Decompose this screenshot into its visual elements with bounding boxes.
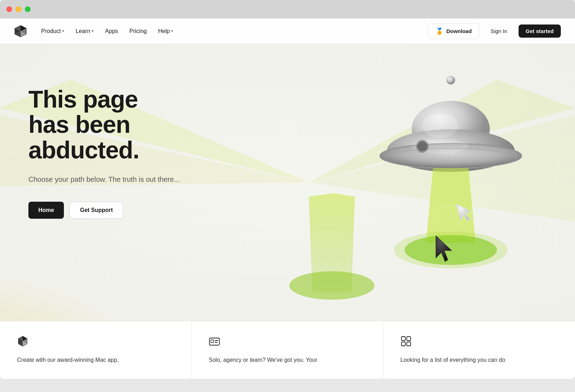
logo[interactable] — [14, 25, 27, 38]
svg-rect-39 — [211, 340, 214, 343]
hero-content: This page has been abducted. Choose your… — [0, 44, 213, 247]
card-mac-app: Create with our award-winning Mac app, — [0, 321, 192, 379]
getstarted-button[interactable]: Get started — [519, 24, 561, 38]
chevron-down-icon: ▾ — [92, 29, 94, 33]
navbar: Product ▾ Learn ▾ Apps Pricing Help ▾ 🏅 … — [0, 18, 575, 44]
svg-point-25 — [412, 139, 469, 153]
card-team: Solo, agency or team? We've got you. You… — [192, 321, 383, 379]
card-mac-text: Create with our award-winning Mac app, — [17, 355, 174, 365]
hero-section: This page has been abducted. Choose your… — [0, 44, 575, 321]
hero-title: This page has been abducted. — [28, 87, 185, 163]
svg-point-16 — [447, 76, 455, 85]
card-team-text: Solo, agency or team? We've got you. You… — [209, 355, 366, 365]
close-button[interactable] — [6, 6, 12, 12]
nav-links: Product ▾ Learn ▾ Apps Pricing Help ▾ — [35, 25, 428, 37]
card-integrations: Looking for a list of everything you can… — [383, 321, 575, 379]
apps-grid-icon — [400, 336, 558, 348]
maximize-button[interactable] — [25, 6, 31, 12]
minimize-button[interactable] — [16, 6, 21, 12]
download-button[interactable]: 🏅 Download — [428, 23, 479, 39]
card-integrations-text: Looking for a list of everything you can… — [400, 355, 558, 365]
diamond-icon — [17, 336, 174, 348]
ufo-illustration — [348, 51, 554, 307]
svg-rect-43 — [407, 337, 411, 341]
svg-rect-42 — [401, 337, 405, 341]
cards-section: Create with our award-winning Mac app, S… — [0, 321, 575, 379]
chevron-down-icon: ▾ — [62, 29, 64, 33]
nav-learn[interactable]: Learn ▾ — [70, 25, 99, 37]
svg-rect-44 — [401, 342, 405, 346]
nav-apps[interactable]: Apps — [99, 25, 124, 37]
nav-product[interactable]: Product ▾ — [35, 25, 70, 37]
nav-actions: 🏅 Download Sign In Get started — [428, 23, 561, 39]
home-button[interactable]: Home — [28, 202, 64, 219]
window-chrome — [0, 0, 575, 18]
browser-content: Product ▾ Learn ▾ Apps Pricing Help ▾ 🏅 … — [0, 18, 575, 379]
id-card-icon — [209, 336, 366, 348]
svg-rect-45 — [407, 342, 411, 346]
nav-pricing[interactable]: Pricing — [124, 25, 153, 37]
hero-buttons: Home Get Support — [28, 202, 185, 219]
signin-button[interactable]: Sign In — [485, 24, 513, 38]
download-emoji-icon: 🏅 — [436, 27, 443, 35]
support-button[interactable]: Get Support — [70, 202, 123, 219]
chevron-down-icon: ▾ — [171, 29, 173, 33]
hero-subtitle: Choose your path below. The truth is out… — [28, 174, 185, 185]
nav-help[interactable]: Help ▾ — [152, 25, 179, 37]
svg-point-24 — [422, 113, 458, 138]
